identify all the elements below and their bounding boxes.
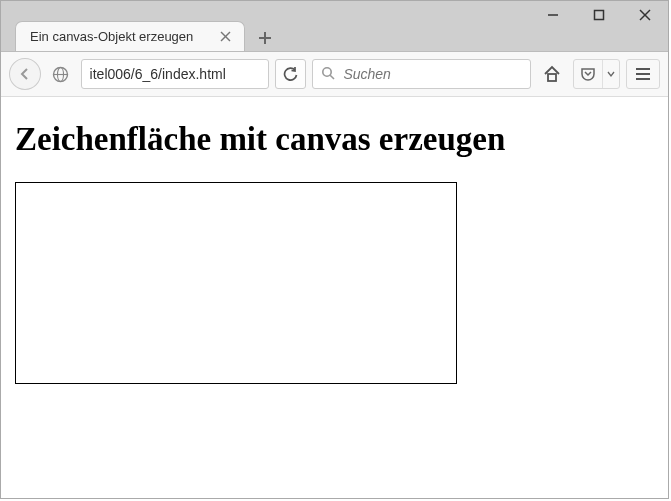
toolbar: itel006/6_6/index.html: [1, 52, 668, 97]
browser-window: Ein canvas-Objekt erzeugen itel006/6_6/i…: [0, 0, 669, 499]
pocket-button-group: [573, 59, 620, 89]
page-heading: Zeichenfläche mit canvas erzeugen: [15, 121, 654, 158]
tabstrip: Ein canvas-Objekt erzeugen: [15, 21, 279, 51]
reload-button[interactable]: [275, 59, 307, 89]
maximize-button[interactable]: [576, 1, 622, 29]
titlebar: Ein canvas-Objekt erzeugen: [1, 1, 668, 52]
page-content: Zeichenfläche mit canvas erzeugen: [1, 97, 668, 398]
url-bar[interactable]: itel006/6_6/index.html: [81, 59, 269, 89]
tab-close-icon[interactable]: [216, 28, 234, 46]
search-bar[interactable]: [312, 59, 531, 89]
new-tab-button[interactable]: [251, 25, 279, 51]
search-input[interactable]: [341, 65, 522, 83]
tab-active[interactable]: Ein canvas-Objekt erzeugen: [15, 21, 245, 51]
svg-point-11: [323, 67, 331, 75]
svg-rect-1: [595, 11, 604, 20]
svg-line-12: [331, 75, 335, 79]
pocket-dropdown[interactable]: [602, 60, 619, 88]
svg-rect-13: [548, 74, 556, 81]
canvas-element: [15, 182, 457, 384]
close-button[interactable]: [622, 1, 668, 29]
window-controls: [530, 1, 668, 29]
back-button[interactable]: [9, 58, 41, 90]
site-identity-icon[interactable]: [47, 60, 75, 88]
tab-title: Ein canvas-Objekt erzeugen: [30, 29, 210, 44]
home-button[interactable]: [537, 60, 567, 88]
menu-button[interactable]: [626, 59, 660, 89]
minimize-button[interactable]: [530, 1, 576, 29]
search-icon: [321, 66, 335, 83]
url-text: itel006/6_6/index.html: [90, 66, 226, 82]
pocket-button[interactable]: [574, 60, 602, 88]
